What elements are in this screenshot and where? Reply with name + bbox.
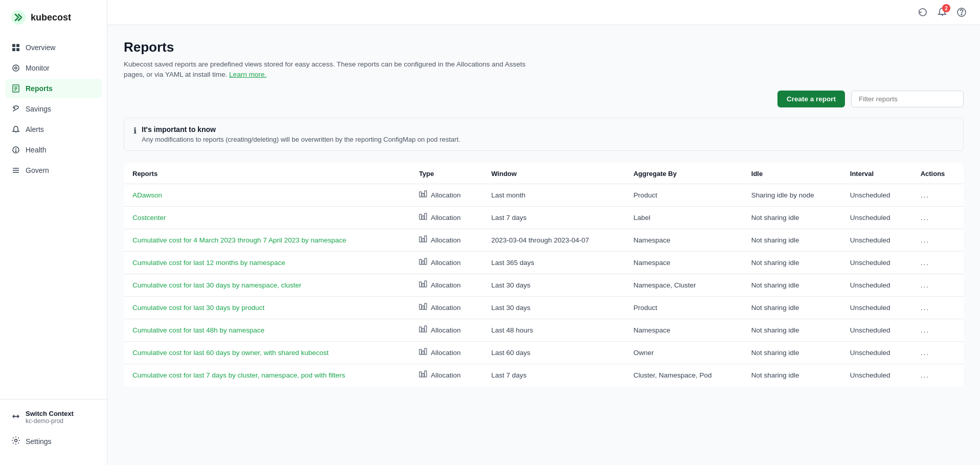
notifications-button[interactable]: 2 — [937, 7, 947, 17]
report-actions-cell[interactable]: ... — [912, 364, 964, 386]
logo-text: kubecost — [31, 12, 71, 23]
report-name-cell[interactable]: Cumulative cost for last 30 days by name… — [124, 274, 411, 296]
sidebar-item-reports[interactable]: Reports — [5, 79, 102, 98]
svg-point-22 — [961, 14, 962, 15]
sidebar-item-govern[interactable]: Govern — [5, 161, 102, 180]
help-icon[interactable] — [955, 6, 968, 18]
report-window-cell: Last 48 hours — [483, 319, 625, 341]
report-actions-cell[interactable]: ... — [912, 319, 964, 341]
sidebar-item-overview[interactable]: Overview — [5, 38, 102, 57]
allocation-icon — [419, 235, 427, 245]
govern-icon — [11, 166, 20, 175]
report-type-cell: Allocation — [411, 296, 483, 319]
report-window-cell: Last 60 days — [483, 341, 625, 364]
banner-title: It's important to know — [142, 125, 460, 134]
report-link[interactable]: Cumulative cost for last 30 days by prod… — [132, 304, 264, 312]
svg-rect-36 — [422, 283, 424, 287]
report-name-cell[interactable]: Cumulative cost for last 60 days by owne… — [124, 341, 411, 364]
report-interval-cell: Unscheduled — [842, 274, 912, 296]
col-reports: Reports — [124, 163, 411, 184]
report-link[interactable]: Cumulative cost for last 60 days by owne… — [132, 349, 328, 357]
report-aggregate-cell: Namespace, Cluster — [625, 274, 743, 296]
report-link[interactable]: Cumulative cost for last 48h by namespac… — [132, 326, 264, 334]
svg-rect-2 — [16, 44, 19, 47]
create-report-button[interactable]: Create a report — [777, 91, 845, 107]
info-banner: ℹ It's important to know Any modificatio… — [124, 118, 964, 151]
col-idle: Idle — [743, 163, 842, 184]
report-actions-cell[interactable]: ... — [912, 184, 964, 206]
report-link[interactable]: ADawson — [132, 191, 162, 199]
report-aggregate-cell: Namespace — [625, 319, 743, 341]
report-type-cell: Allocation — [411, 319, 483, 341]
svg-rect-41 — [419, 327, 421, 332]
report-type-label: Allocation — [431, 304, 461, 312]
page-title: Reports — [124, 39, 964, 55]
report-link[interactable]: Cumulative cost for last 30 days by name… — [132, 281, 301, 289]
sidebar: kubecost Overview Monitor Reports Saving… — [0, 0, 107, 465]
settings-icon — [11, 436, 20, 447]
monitor-icon — [11, 63, 20, 73]
report-link[interactable]: Costcenter — [132, 214, 166, 222]
refresh-icon[interactable] — [917, 6, 929, 18]
report-aggregate-cell: Owner — [625, 341, 743, 364]
col-actions: Actions — [912, 163, 964, 184]
svg-point-6 — [15, 67, 17, 69]
report-type-cell: Allocation — [411, 206, 483, 229]
report-actions-cell[interactable]: ... — [912, 206, 964, 229]
page-header: Reports Kubecost saved reports are prede… — [124, 39, 964, 80]
report-actions-cell[interactable]: ... — [912, 229, 964, 251]
report-idle-cell: Not sharing idle — [743, 229, 842, 251]
svg-rect-43 — [425, 326, 427, 332]
svg-rect-47 — [419, 372, 421, 377]
page-content: Reports Kubecost saved reports are prede… — [107, 25, 980, 465]
report-actions-cell[interactable]: ... — [912, 341, 964, 364]
report-window-cell: 2023-03-04 through 2023-04-07 — [483, 229, 625, 251]
switch-context-button[interactable]: Switch Context kc-demo-prod — [6, 405, 101, 430]
col-window: Window — [483, 163, 625, 184]
report-aggregate-cell: Namespace — [625, 251, 743, 274]
svg-rect-40 — [425, 303, 427, 309]
report-name-cell[interactable]: Cumulative cost for last 48h by namespac… — [124, 319, 411, 341]
report-name-cell[interactable]: Cumulative cost for 4 March 2023 through… — [124, 229, 411, 251]
sidebar-monitor-label: Monitor — [26, 64, 50, 72]
allocation-icon — [419, 303, 427, 313]
sidebar-item-monitor[interactable]: Monitor — [5, 58, 102, 78]
report-actions-cell[interactable]: ... — [912, 296, 964, 319]
filter-reports-input[interactable] — [851, 91, 964, 107]
col-type: Type — [411, 163, 483, 184]
report-name-cell[interactable]: Cumulative cost for last 7 days by clust… — [124, 364, 411, 386]
report-actions-cell[interactable]: ... — [912, 251, 964, 274]
table-row: Costcenter Allocation Last 7 days Label … — [124, 206, 964, 229]
svg-rect-44 — [419, 349, 421, 355]
sidebar-item-alerts[interactable]: Alerts — [5, 120, 102, 139]
report-name-cell[interactable]: Cumulative cost for last 30 days by prod… — [124, 296, 411, 319]
sidebar-item-health[interactable]: Health — [5, 140, 102, 160]
svg-point-19 — [15, 439, 17, 442]
report-link[interactable]: Cumulative cost for last 12 months by na… — [132, 259, 285, 267]
report-actions-cell[interactable]: ... — [912, 274, 964, 296]
sidebar-item-savings[interactable]: Savings — [5, 99, 102, 119]
sidebar-item-settings[interactable]: Settings — [6, 431, 101, 452]
svg-rect-4 — [16, 48, 19, 51]
svg-rect-31 — [425, 236, 427, 242]
report-name-cell[interactable]: Cumulative cost for last 12 months by na… — [124, 251, 411, 274]
report-name-cell[interactable]: ADawson — [124, 184, 411, 206]
learn-more-link[interactable]: Learn more. — [229, 71, 266, 78]
svg-rect-26 — [419, 214, 421, 219]
report-type-label: Allocation — [431, 326, 461, 334]
sidebar-bottom: Switch Context kc-demo-prod Settings — [0, 399, 107, 457]
svg-rect-39 — [422, 306, 424, 309]
switch-context-icon — [11, 412, 20, 423]
report-link[interactable]: Cumulative cost for 4 March 2023 through… — [132, 236, 346, 244]
allocation-icon — [419, 258, 427, 268]
report-window-cell: Last month — [483, 184, 625, 206]
report-type-cell: Allocation — [411, 274, 483, 296]
svg-point-5 — [13, 65, 19, 71]
allocation-icon — [419, 325, 427, 335]
report-type-label: Allocation — [431, 349, 461, 357]
settings-label: Settings — [26, 437, 52, 446]
report-name-cell[interactable]: Costcenter — [124, 206, 411, 229]
svg-rect-23 — [419, 192, 421, 197]
report-type-cell: Allocation — [411, 364, 483, 386]
report-link[interactable]: Cumulative cost for last 7 days by clust… — [132, 371, 345, 379]
